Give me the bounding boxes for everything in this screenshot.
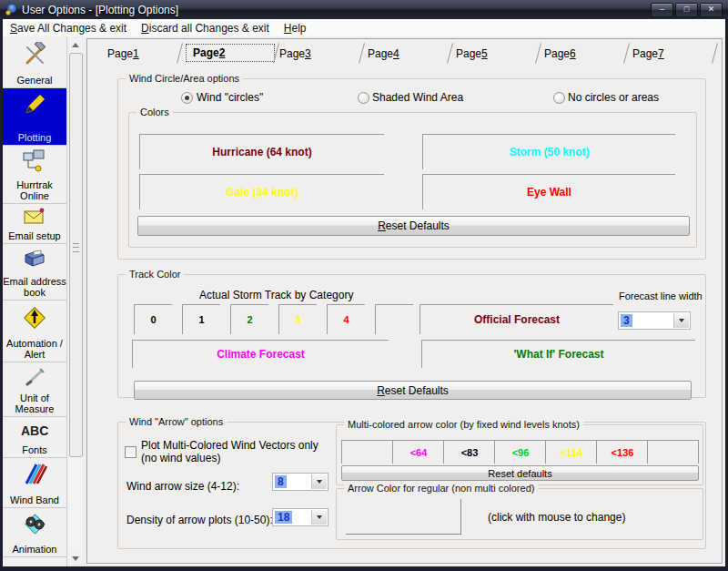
regular-arrow-color-swatch[interactable] — [346, 499, 461, 535]
menu-save-all-changes[interactable]: Save All Changes & exit — [3, 20, 134, 36]
film-reels-icon — [21, 512, 48, 539]
tab-divider — [623, 43, 630, 63]
sidebar-item-hurrtrak-online[interactable]: Hurrtrak Online — [3, 146, 66, 204]
sidebar-item-fonts[interactable]: ABC Fonts — [3, 417, 66, 458]
tab-page-4[interactable]: Page 4 — [368, 45, 399, 63]
envelope-icon — [22, 208, 47, 229]
tab-page-3[interactable]: Page 3 — [279, 45, 311, 63]
sidebar-item-label: Unit of Measure — [3, 393, 66, 414]
sidebar-item-unit-of-measure[interactable]: Unit of Measure — [3, 362, 66, 417]
tab-divider — [177, 43, 183, 63]
reset-defaults-track-button[interactable]: Reset Defaults — [134, 381, 692, 400]
tab-divider — [447, 43, 453, 63]
eye-wall-color-button[interactable]: Eye Wall — [422, 174, 675, 209]
triangle-down-icon — [317, 515, 322, 519]
whatif-forecast-color-button[interactable]: 'What If' Forecast — [421, 340, 695, 368]
arrow-level-96-button[interactable]: <96 — [494, 440, 546, 464]
close-button[interactable]: ✕ — [700, 3, 723, 17]
sidebar-item-wind-band[interactable]: Wind Band — [3, 458, 66, 508]
scroll-up-button[interactable] — [68, 38, 83, 51]
category-2-button[interactable]: 2 — [230, 304, 268, 334]
wind-arrow-size-combo[interactable]: 8 — [272, 473, 329, 491]
scroll-down-button[interactable] — [68, 552, 83, 565]
category-1-button[interactable]: 1 — [182, 304, 220, 334]
arrow-level-64-button[interactable]: <64 — [392, 440, 444, 464]
group-title: Wind Circle/Area options — [126, 73, 243, 84]
multi-colored-vectors-checkbox-label: Plot Multi-Colored Wind Vectors only (no… — [141, 439, 328, 464]
radio-shaded-wind-area[interactable] — [358, 92, 369, 104]
group-title: Arrow Color for regular (non multi color… — [344, 483, 538, 494]
reset-defaults-colors-button[interactable]: Reset Defaults — [137, 216, 690, 236]
radio-wind-circles-label: Wind "circles" — [197, 91, 263, 104]
sidebar-item-automation-alert[interactable]: Automation / Alert — [3, 301, 66, 362]
combo-dropdown-button[interactable] — [673, 313, 689, 328]
storm-color-button[interactable]: Storm (50 knot) — [422, 134, 675, 169]
sidebar-item-general[interactable]: General — [3, 38, 66, 88]
tab-page-7[interactable]: Page 7 — [632, 45, 664, 63]
radio-no-circles-label: No circles or areas — [568, 91, 659, 104]
title-bar: User Options - [Plotting Options] – □ ✕ — [0, 0, 728, 19]
map-icon — [22, 561, 47, 566]
hurricane-color-button[interactable]: Hurricane (64 knot) — [139, 134, 384, 169]
sidebar-item-animation[interactable]: Animation — [3, 508, 66, 557]
network-computers-icon — [22, 149, 47, 178]
category-3-button[interactable]: 3 — [278, 304, 317, 334]
wind-band-stripes-icon — [22, 462, 47, 489]
scrollbar-thumb[interactable] — [69, 53, 83, 457]
regular-arrow-hint: (click with mouse to change) — [488, 511, 625, 524]
tools-icon — [22, 42, 47, 71]
density-of-arrow-plots-label: Density of arrow plots (10-50): — [126, 514, 273, 526]
sidebar-item-email-setup[interactable]: Email setup — [3, 204, 66, 244]
combo-value: 3 — [621, 314, 632, 327]
category-5-button[interactable] — [375, 304, 413, 334]
radio-wind-circles[interactable] — [181, 92, 193, 104]
menu-discard-all-changes[interactable]: Discard all Changes & exit — [134, 20, 277, 36]
wind-arrow-size-label: Wind arrow size (4-12): — [126, 480, 239, 493]
user-options-window: User Options - [Plotting Options] – □ ✕ … — [0, 0, 728, 571]
group-title: Multi-colored arrow color (by fixed wind… — [344, 419, 583, 430]
sidebar-item-label: Hurrtrak Online — [3, 179, 66, 201]
sidebar-item-label: Plotting — [18, 132, 52, 143]
triangle-down-icon — [679, 319, 684, 322]
group-title: Colors — [136, 107, 173, 117]
menu-help[interactable]: Help — [277, 20, 314, 36]
sidebar-item-plotting[interactable]: Plotting — [3, 88, 66, 146]
scrollbar-grip-icon — [73, 243, 79, 252]
sidebar-item-label: Automation / Alert — [3, 338, 66, 360]
category-0-button[interactable]: 0 — [134, 304, 172, 334]
minimize-button[interactable]: – — [651, 3, 673, 17]
arrow-level-blank-button[interactable] — [341, 440, 393, 464]
reset-defaults-arrow-button[interactable]: Reset defaults — [341, 465, 699, 481]
app-icon — [5, 3, 18, 16]
tab-page-6[interactable]: Page 6 — [544, 45, 576, 63]
sidebar-item-email-address-book[interactable]: Email address book — [3, 244, 66, 301]
combo-dropdown-button[interactable] — [311, 474, 327, 489]
density-of-arrow-plots-combo[interactable]: 18 — [272, 508, 329, 526]
pencil-icon — [22, 92, 47, 121]
sidebar-item-label: Animation — [13, 544, 57, 555]
arrow-level-end-button[interactable] — [647, 440, 699, 464]
multi-colored-vectors-checkbox[interactable] — [125, 446, 136, 458]
official-forecast-color-button[interactable]: Official Forecast — [420, 304, 613, 334]
options-panel: Page 1 Page 2 Page 3 Page 4 Page 5 Page … — [86, 38, 723, 564]
arrow-level-83-button[interactable]: <83 — [443, 440, 495, 464]
tab-page-2[interactable]: Page 2 — [186, 44, 275, 62]
climate-forecast-color-button[interactable]: Climate Forecast — [132, 340, 389, 368]
tab-page-1[interactable]: Page 1 — [107, 45, 139, 63]
radio-no-circles[interactable] — [553, 92, 565, 104]
combo-dropdown-button[interactable] — [311, 510, 327, 525]
maximize-button[interactable]: □ — [675, 3, 698, 17]
tab-divider — [535, 43, 541, 63]
sidebar-scrollbar[interactable] — [68, 38, 83, 565]
combo-value: 18 — [275, 511, 292, 524]
arrow-level-114-button[interactable]: <114 — [545, 440, 597, 464]
arrow-level-136-button[interactable]: <136 — [596, 440, 648, 464]
forecast-line-width-label: Forecast line width — [619, 291, 703, 301]
sidebar-item-partial[interactable] — [3, 557, 66, 566]
tab-page-5[interactable]: Page 5 — [456, 45, 488, 63]
actual-storm-track-label: Actual Storm Track by Category — [199, 289, 353, 301]
sidebar-item-label: Wind Band — [10, 495, 59, 505]
forecast-line-width-combo[interactable]: 3 — [618, 311, 691, 330]
gale-color-button[interactable]: Gale (34 knot) — [139, 174, 384, 209]
category-4-button[interactable]: 4 — [327, 304, 365, 334]
